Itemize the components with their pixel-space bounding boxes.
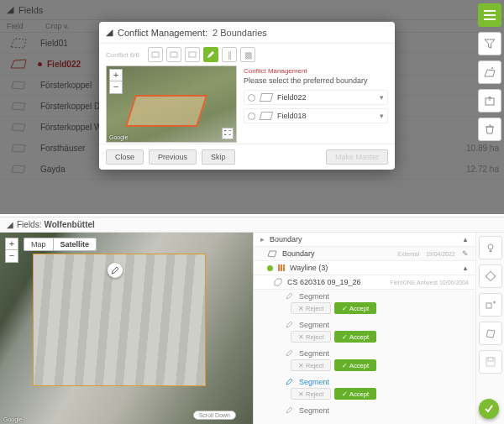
save-button[interactable] [479, 350, 502, 374]
zoom-out-button[interactable]: − [110, 81, 122, 93]
detail-header: ◢ Fields: Wolfenbüttel [0, 217, 504, 233]
add-field-button[interactable] [478, 60, 501, 84]
shape-icon [260, 112, 273, 120]
pencil-icon[interactable]: ✎ [462, 249, 469, 258]
panel-section-boundary[interactable]: ▸ Boundary ▲ [254, 233, 475, 247]
zoom-in-button[interactable]: + [6, 238, 18, 250]
skip-button[interactable]: Skip [202, 149, 235, 165]
row-label: Wayline (3) [290, 264, 328, 272]
accept-button[interactable]: ✓ Accept [334, 359, 376, 371]
add-node-button[interactable] [479, 293, 502, 317]
make-master-button: Make Master [326, 149, 388, 165]
wayline-icon [278, 264, 285, 271]
segment-row[interactable]: Segment [259, 320, 470, 330]
option-label: Field018 [277, 112, 307, 120]
svg-rect-8 [152, 52, 159, 57]
accept-button[interactable]: ✓ Accept [334, 302, 376, 314]
tool-outline-a[interactable] [148, 47, 163, 62]
map-type-switch[interactable]: Map Satellite [24, 238, 97, 251]
radio-icon [248, 113, 255, 120]
radio-icon [248, 94, 255, 102]
delete-button[interactable] [478, 118, 501, 141]
filter-button[interactable] [478, 32, 501, 55]
accept-button[interactable]: ✓ Accept [334, 331, 376, 343]
export-button[interactable] [478, 89, 501, 113]
tool-square[interactable]: ▩ [240, 47, 255, 62]
route-button[interactable] [479, 264, 502, 288]
reject-button[interactable]: ✕ Reject [291, 331, 331, 343]
export-icon [484, 96, 496, 106]
segment-row[interactable]: Segment [259, 291, 470, 301]
segment-block: Segment ✕ Reject ✓ Accept [254, 347, 475, 375]
option-label: Field022 [277, 93, 307, 102]
shape-button[interactable] [479, 322, 502, 345]
tool-outline-c[interactable] [185, 47, 200, 62]
map-type-satellite[interactable]: Satellite [53, 238, 97, 251]
previous-button[interactable]: Previous [149, 149, 197, 165]
map-zoom[interactable]: + − [109, 69, 123, 94]
svg-point-12 [488, 244, 493, 249]
segment-row[interactable]: Segment [259, 377, 470, 387]
collapse-up-icon: ▲ [462, 264, 469, 272]
shape-icon [267, 249, 277, 258]
segment-row[interactable]: Segment [259, 406, 470, 416]
boundary-option[interactable]: Field022 ▾ [244, 90, 388, 105]
segment-block: Segment [254, 404, 475, 417]
section-label: Boundary [270, 235, 302, 243]
pencil-icon [111, 266, 119, 275]
tool-outline-b[interactable] [166, 47, 181, 62]
signal-icon: ◢ [7, 220, 13, 229]
reject-button[interactable]: ✕ Reject [291, 388, 331, 400]
detail-field-name: Wolfenbüttel [44, 220, 94, 229]
tool-bars[interactable]: ∥ [222, 47, 237, 62]
add-node-icon [485, 299, 496, 311]
reject-button[interactable]: ✕ Reject [291, 359, 331, 371]
pencil-icon [286, 322, 294, 328]
funnel-icon [484, 39, 496, 49]
panel-row-file[interactable]: CS 620316 09_19_26 FieldONE Antwest 10/0… [254, 275, 475, 290]
boundary-option[interactable]: Field018 ▾ [244, 108, 388, 123]
chevron-down-icon: ▾ [380, 112, 384, 120]
reject-button[interactable]: ✕ Reject [291, 302, 331, 314]
scroll-down-hint[interactable]: Scroll Down [193, 411, 236, 420]
save-icon [485, 356, 496, 368]
polygon-icon [485, 327, 496, 339]
map-brand: Google [3, 416, 23, 422]
accept-button[interactable]: ✓ Accept [334, 388, 376, 400]
boundary-panel: ▸ Boundary ▲ Boundary External 19/04/202… [254, 233, 475, 424]
boundary-polygon [125, 95, 207, 127]
zoom-out-button[interactable]: − [6, 250, 18, 262]
map-type-map[interactable]: Map [24, 238, 53, 251]
menu-button[interactable] [478, 3, 501, 27]
trash-icon [484, 124, 496, 134]
panel-row-boundary[interactable]: Boundary External 19/04/2022 ✎ [254, 247, 475, 261]
add-field-icon [484, 67, 496, 77]
modal-map[interactable]: + − ⛶ Google [106, 65, 237, 143]
modal-header: ◢ Conflict Management: 2 Boundaries [99, 22, 395, 44]
satellite-map[interactable]: + − Map Satellite Google Scroll Down [0, 233, 254, 424]
pencil-icon [286, 293, 294, 300]
segment-row[interactable]: Segment [259, 348, 470, 359]
locate-button[interactable] [479, 236, 502, 259]
segment-block: Segment ✕ Reject ✓ Accept [254, 318, 475, 347]
signal-icon: ◢ [106, 27, 113, 38]
map-zoom[interactable]: + − [5, 238, 18, 263]
pencil-icon [286, 350, 294, 357]
chevron-right-icon: ▸ [260, 235, 265, 243]
fullscreen-button[interactable]: ⛶ [222, 128, 234, 139]
picker-title: Conflict Management [244, 67, 388, 75]
chevron-down-icon: ▾ [380, 93, 384, 102]
map-edit-marker[interactable] [108, 263, 123, 278]
pencil-icon [207, 50, 215, 59]
confirm-fab[interactable] [479, 399, 499, 419]
zoom-in-button[interactable]: + [110, 70, 122, 81]
status-dot-icon [267, 265, 273, 271]
tool-edit[interactable] [203, 47, 218, 62]
svg-rect-14 [486, 303, 491, 308]
check-icon [484, 404, 494, 414]
conflict-counter: Conflict 6/6 [106, 51, 139, 59]
close-button[interactable]: Close [106, 149, 144, 165]
modal-toolbar: Conflict 6/6 ∥ ▩ [99, 44, 395, 65]
svg-marker-15 [486, 330, 495, 338]
panel-row-wayline[interactable]: Wayline (3) ▲ [254, 261, 475, 275]
